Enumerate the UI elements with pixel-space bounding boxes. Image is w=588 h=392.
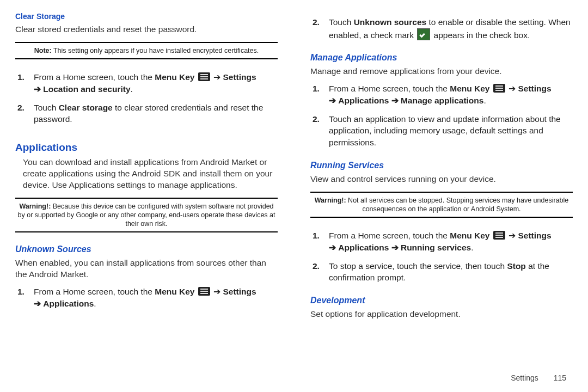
- step-text: appears in the check box.: [431, 30, 530, 40]
- checkmark-icon: [417, 28, 430, 40]
- arrow-icon: ➔: [506, 231, 518, 240]
- dot: .: [483, 96, 486, 105]
- menu-key-icon: [198, 72, 210, 81]
- clear-storage-label: Clear storage: [59, 103, 113, 112]
- warning-text: Not all services can be stopped. Stoppin…: [346, 197, 569, 213]
- arrow-icon: ➔: [211, 287, 223, 296]
- unknown-sources-label: Unknown sources: [354, 17, 427, 27]
- unknown-sources-desc: When enabled, you can install applicatio…: [15, 258, 278, 280]
- nav-applications: Applications: [43, 299, 94, 308]
- heading-manage-apps: Manage Applications: [310, 53, 573, 63]
- nav-manage-apps: Manage applications: [401, 96, 483, 105]
- menu-key-label: Menu Key: [450, 84, 489, 93]
- warning-box-running: Warning!: Not all services can be stoppe…: [310, 192, 573, 218]
- warning-lead: Warning!:: [19, 203, 51, 210]
- unknown-sources-steps: 1. From a Home screen, touch the Menu Ke…: [15, 286, 278, 316]
- step-text: From a Home screen, touch the: [34, 72, 155, 82]
- heading-running-services: Running Services: [310, 161, 573, 170]
- arrow-icon: ➔: [34, 299, 43, 308]
- applications-desc: You can download and install application…: [15, 157, 278, 191]
- step-number: 2.: [17, 102, 24, 114]
- step-text: Touch an application to view and update …: [329, 114, 561, 147]
- heading-unknown-sources: Unknown Sources: [15, 244, 278, 254]
- clear-storage-steps: 1. From a Home screen, touch the Menu Ke…: [15, 71, 278, 132]
- step-text: From a Home screen, touch the: [34, 287, 155, 296]
- clear-storage-desc: Clear stored credentials and reset the p…: [15, 24, 278, 35]
- step-text: Touch: [329, 17, 354, 27]
- nav-settings: Settings: [518, 84, 551, 93]
- list-item: 2. To stop a service, touch the service,…: [329, 260, 573, 284]
- warning-lead: Warning!:: [315, 197, 346, 204]
- menu-key-label: Menu Key: [450, 231, 489, 240]
- manage-apps-steps: 1. From a Home screen, touch the Menu Ke…: [310, 83, 573, 155]
- menu-key-icon: [198, 287, 210, 296]
- running-services-steps: 1. From a Home screen, touch the Menu Ke…: [310, 230, 573, 290]
- dot: .: [131, 84, 133, 94]
- right-column: 2. Touch Unknown sources to enable or di…: [310, 11, 573, 370]
- stop-label: Stop: [507, 261, 525, 271]
- arrow-icon: ➔: [211, 72, 223, 82]
- list-item: 1. From a Home screen, touch the Menu Ke…: [329, 230, 573, 253]
- menu-key-label: Menu Key: [155, 287, 194, 296]
- arrow-icon: ➔: [506, 84, 518, 93]
- nav-applications: Applications: [338, 96, 389, 105]
- manage-apps-desc: Manage and remove applications from your…: [310, 66, 573, 77]
- step-number: 2.: [313, 113, 320, 125]
- footer-section: Settings: [511, 373, 538, 382]
- nav-applications: Applications: [338, 243, 389, 252]
- heading-applications: Applications: [15, 142, 278, 154]
- step-number: 1.: [313, 83, 320, 95]
- step-number: 1.: [313, 230, 320, 242]
- note-lead: Note:: [34, 47, 52, 54]
- development-desc: Set options for application development.: [310, 309, 573, 320]
- step-number: 1.: [17, 71, 24, 83]
- list-item: 2. Touch Unknown sources to enable or di…: [329, 16, 573, 41]
- step-text: From a Home screen, touch the: [329, 231, 450, 240]
- list-item: 2. Touch an application to view and upda…: [329, 113, 573, 149]
- list-item: 2. Touch Clear storage to clear stored c…: [34, 102, 278, 125]
- list-item: 1. From a Home screen, touch the Menu Ke…: [34, 286, 278, 309]
- warning-box-apps: Warning!: Because this device can be con…: [15, 198, 278, 233]
- menu-key-icon: [493, 231, 505, 240]
- dot: .: [471, 243, 473, 252]
- left-column: Clear Storage Clear stored credentials a…: [15, 11, 278, 370]
- unknown-sources-steps-cont: 2. Touch Unknown sources to enable or di…: [310, 16, 573, 47]
- menu-key-icon: [493, 84, 505, 93]
- step-text: From a Home screen, touch the: [329, 84, 450, 93]
- note-box-clear-storage: Note: This setting only appears if you h…: [15, 42, 278, 59]
- list-item: 1. From a Home screen, touch the Menu Ke…: [329, 83, 573, 106]
- step-number: 1.: [17, 286, 24, 298]
- list-item: 1. From a Home screen, touch the Menu Ke…: [34, 71, 278, 95]
- warning-text: Because this device can be configured wi…: [18, 203, 275, 228]
- arrow-icon: ➔: [34, 84, 43, 94]
- footer-page-number: 115: [554, 373, 566, 382]
- heading-development: Development: [310, 296, 573, 305]
- nav-location-security: Location and security: [43, 84, 130, 94]
- page: Clear Storage Clear stored credentials a…: [0, 0, 588, 392]
- arrow-icon: ➔: [329, 243, 338, 252]
- nav-settings: Settings: [518, 231, 551, 240]
- dot: .: [94, 299, 96, 308]
- step-text: Touch: [34, 103, 59, 112]
- nav-settings: Settings: [223, 287, 256, 296]
- note-text: This setting only appears if you have in…: [52, 47, 259, 54]
- heading-clear-storage: Clear Storage: [15, 12, 278, 21]
- arrow-icon: ➔: [389, 96, 401, 105]
- step-number: 2.: [313, 16, 320, 28]
- running-services-desc: View and control services running on you…: [310, 174, 573, 185]
- page-footer: Settings 115: [511, 373, 566, 382]
- nav-settings: Settings: [223, 72, 256, 82]
- arrow-icon: ➔: [329, 96, 338, 105]
- arrow-icon: ➔: [389, 243, 401, 252]
- menu-key-label: Menu Key: [155, 72, 194, 82]
- step-text: To stop a service, touch the service, th…: [329, 261, 507, 271]
- nav-running-services: Running services: [401, 243, 471, 252]
- step-number: 2.: [313, 260, 320, 272]
